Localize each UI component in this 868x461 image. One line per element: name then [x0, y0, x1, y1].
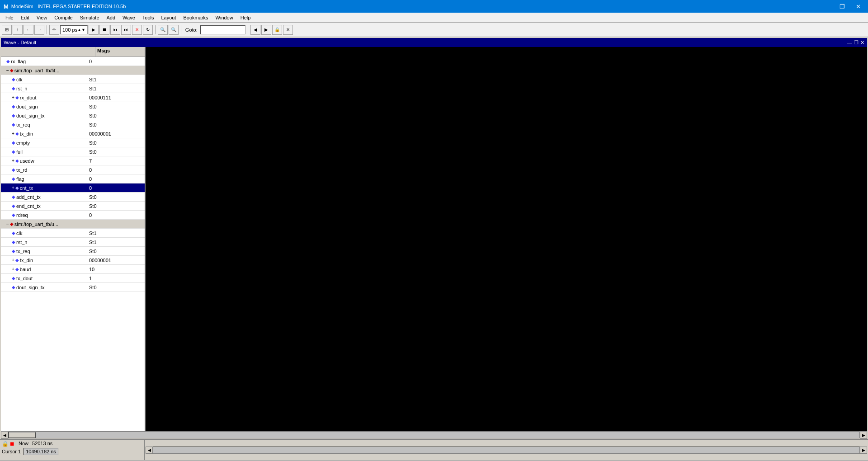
rst-n2-value: St1 — [87, 240, 141, 245]
up-button[interactable]: ↑ — [13, 25, 23, 35]
rst-n1-value: St1 — [87, 86, 141, 91]
signal-row-rst_n2[interactable]: ◆ rst_n St1 — [1, 238, 145, 247]
menu-compile[interactable]: Compile — [51, 14, 76, 21]
signal-row-dout_sign_tx2[interactable]: ◆ dout_sign_tx St0 — [1, 283, 145, 292]
time-unit-spinner[interactable]: ▲▼ — [77, 28, 85, 32]
step-button[interactable]: ⏭ — [121, 25, 131, 35]
menu-layout[interactable]: Layout — [158, 14, 180, 21]
signal-row-usedw[interactable]: + ◆ usedw 7 — [1, 156, 145, 165]
wave-window-buttons[interactable]: — ❐ ✕ — [847, 40, 864, 46]
signal-row-rst_n1[interactable]: ◆ rst_n St1 — [1, 84, 145, 93]
menu-file[interactable]: File — [2, 14, 17, 21]
cursor-delete[interactable]: ✕ — [283, 25, 293, 35]
hscroll-left-button[interactable]: ◀ — [1, 432, 8, 439]
minimize-button[interactable]: — — [819, 3, 832, 10]
hscroll-right-button[interactable]: ▶ — [860, 432, 867, 439]
signal-list-header: Msgs — [1, 47, 145, 57]
forward-button[interactable]: → — [34, 25, 44, 35]
menu-help[interactable]: Help — [237, 14, 255, 21]
signal-row-add_cnt_tx[interactable]: ◆ add_cnt_tx St0 — [1, 193, 145, 202]
clk1-name: clk — [16, 77, 22, 82]
signal-row-clk2[interactable]: ◆ clk St1 — [1, 229, 145, 238]
copy-button[interactable]: ⊞ — [2, 25, 12, 35]
signal-row-rx_dout[interactable]: + ◆ rx_dout 00000111 — [1, 93, 145, 102]
cnt-tx-plus: + — [12, 185, 14, 190]
rdreq-name: rdreq — [16, 212, 28, 218]
signal-row-tx_rd[interactable]: ◆ tx_rd 0 — [1, 165, 145, 174]
signal-row-tx_din2[interactable]: + ◆ tx_din 00000001 — [1, 256, 145, 265]
menu-tools[interactable]: Tools — [139, 14, 158, 21]
add-cnt-tx-name: add_cnt_tx — [16, 194, 41, 200]
menu-add[interactable]: Add — [103, 14, 119, 21]
waveform-bg — [146, 47, 867, 431]
signal-row-tx_req1[interactable]: ◆ tx_req St0 — [1, 120, 145, 129]
zoom-out-button[interactable]: 🔍 — [169, 25, 179, 35]
tx-dout-name: tx_dout — [16, 276, 33, 281]
run-button[interactable]: ▶ — [89, 25, 99, 35]
restart-button[interactable]: ⏮ — [110, 25, 120, 35]
signal-row-fifo-group[interactable]: − ◆ sim:/top_uart_tb/fif... — [1, 66, 145, 75]
fifo-icon: ◆ — [10, 68, 14, 73]
signal-row-cnt_tx[interactable]: + ◆ cnt_tx 0 — [1, 183, 145, 193]
app-title: ModelSim - INTEL FPGA STARTER EDITION 10… — [11, 4, 126, 9]
wave-maximize-button[interactable]: ❐ — [854, 40, 859, 46]
close-button[interactable]: ✕ — [852, 3, 864, 10]
tx-din1-plus: + — [12, 131, 14, 136]
signal-row-tx_req2[interactable]: ◆ tx_req St0 — [1, 247, 145, 256]
edit-button[interactable]: ✏ — [49, 25, 59, 35]
signal-row-clk1[interactable]: ◆ clk St1 — [1, 75, 145, 84]
cnt-tx-icon: ◆ — [15, 185, 19, 190]
signal-row-full[interactable]: ◆ full St0 — [1, 147, 145, 156]
wave-close-button[interactable]: ✕ — [860, 40, 864, 46]
dout-sign-tx2-icon: ◆ — [12, 285, 15, 290]
maximize-button[interactable]: ❐ — [836, 3, 849, 10]
tx-req1-name: tx_req — [16, 122, 30, 127]
cursor-status-area: 🔒 ⏹ Now 52013 ns Cursor 1 10490.182 ns ◀… — [0, 439, 868, 460]
cursor-status-row: Cursor 1 10490.182 ns — [2, 448, 142, 455]
rx-flag-name: rx_flag — [11, 59, 26, 64]
wave-hscrollbar[interactable]: ◀ ▶ — [1, 431, 867, 438]
wave-minimize-button[interactable]: — — [847, 40, 852, 46]
left-hscroll-left[interactable]: ◀ — [146, 447, 153, 454]
hscroll-thumb[interactable] — [9, 432, 36, 438]
signal-row-dout_sign[interactable]: ◆ dout_sign St0 — [1, 102, 145, 111]
cursor-next[interactable]: ▶ — [261, 25, 271, 35]
dout-sign-value: St0 — [87, 104, 141, 109]
cursor-prev[interactable]: ◀ — [250, 25, 260, 35]
goto-input[interactable] — [200, 25, 245, 34]
menu-bookmarks[interactable]: Bookmarks — [180, 14, 212, 21]
back-button[interactable]: ← — [24, 25, 33, 35]
break-button[interactable]: ✕ — [132, 25, 142, 35]
signal-row-tx_din1[interactable]: + ◆ tx_din 00000001 — [1, 129, 145, 138]
hscroll-track[interactable] — [8, 432, 860, 438]
tx-req1-icon: ◆ — [12, 122, 15, 127]
menu-wave[interactable]: Wave — [119, 14, 139, 21]
zoom-in-button[interactable]: 🔍 — [158, 25, 168, 35]
signal-row-rdreq[interactable]: ◆ rdreq 0 — [1, 211, 145, 220]
signal-row-uart-group[interactable]: − ◆ sim:/top_uart_tb/u... — [1, 220, 145, 229]
signal-row-empty[interactable]: ◆ empty St0 — [1, 138, 145, 147]
now-value: 52013 ns — [32, 441, 52, 447]
menu-window[interactable]: Window — [212, 14, 237, 21]
left-hscroll-track[interactable] — [153, 447, 860, 454]
tx-rd-value: 0 — [87, 167, 141, 173]
menu-simulate[interactable]: Simulate — [76, 14, 103, 21]
signal-row-end_cnt_tx[interactable]: ◆ end_cnt_tx St0 — [1, 202, 145, 211]
signal-row-baud[interactable]: + ◆ baud 10 — [1, 265, 145, 274]
refresh-button[interactable]: ↻ — [143, 25, 153, 35]
signal-row-rx_flag[interactable]: ◆ rx_flag 0 — [1, 57, 145, 66]
signal-row-dout_sign_tx[interactable]: ◆ dout_sign_tx St0 — [1, 111, 145, 120]
rst-n1-icon: ◆ — [12, 86, 15, 91]
signal-row-flag[interactable]: ◆ flag 0 — [1, 174, 145, 183]
stop-button[interactable]: ⏹ — [99, 25, 109, 35]
left-hscroll-right[interactable]: ▶ — [860, 447, 867, 454]
menu-view[interactable]: View — [33, 14, 51, 21]
window-controls[interactable]: — ❐ ✕ — [819, 3, 864, 10]
waveform-area: .wave-text { font-family: monospace; fon… — [146, 47, 867, 431]
baud-plus: + — [12, 267, 14, 272]
left-hscrollbar[interactable]: ◀ ▶ — [146, 447, 867, 454]
cursor-lock[interactable]: 🔒 — [272, 25, 282, 35]
signal-row-tx_dout[interactable]: ◆ tx_dout 1 — [1, 274, 145, 283]
app-icon: M — [4, 3, 9, 10]
menu-edit[interactable]: Edit — [17, 14, 33, 21]
